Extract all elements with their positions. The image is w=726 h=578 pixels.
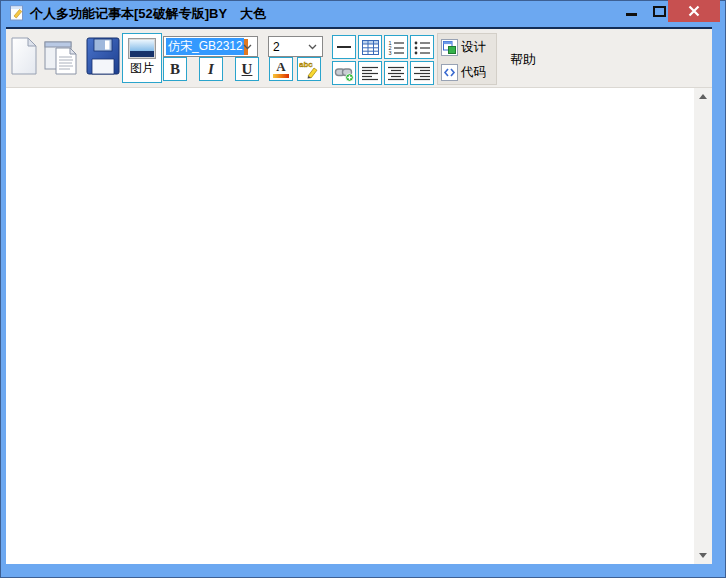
app-icon-glyph [9,5,25,21]
chevron-down-icon [243,44,252,50]
code-view-icon [441,64,458,81]
underline-button[interactable]: U [235,57,259,81]
align-left-icon [362,66,378,81]
app-window: 个人多功能记事本[52破解专版]BY 大色 [0,0,726,578]
window-title: 个人多功能记事本[52破解专版]BY 大色 [30,0,266,27]
app-icon[interactable] [9,5,25,21]
vertical-scrollbar[interactable] [694,88,712,564]
align-right-button[interactable] [410,61,434,85]
save-button[interactable] [85,36,120,76]
spell-highlight-button[interactable]: abc [297,57,321,81]
table-icon [362,40,379,55]
italic-button[interactable]: I [199,57,223,81]
align-center-button[interactable] [384,61,408,85]
svg-text:abc: abc [299,60,313,69]
new-document-button[interactable] [8,36,40,76]
font-family-select[interactable]: 仿宋_GB2312 [163,36,258,57]
font-family-value: 仿宋_GB2312 [166,38,244,55]
underline-label: U [242,62,253,77]
close-button[interactable] [668,0,720,22]
save-icon [86,37,120,75]
titlebar[interactable]: 个人多功能记事本[52破解专版]BY 大色 [0,0,726,27]
numbered-list-icon: 123 [388,40,404,55]
insert-picture-button[interactable]: 图片 [122,33,162,83]
hyperlink-icon [334,65,354,82]
font-color-button[interactable]: A [269,57,293,81]
editor-area[interactable] [6,88,694,564]
horizontal-rule-icon [337,46,351,48]
open-document-button[interactable] [44,36,82,76]
design-view-label: 设计 [461,39,486,56]
align-center-icon [388,66,404,81]
code-view-button[interactable]: 代码 [441,61,495,83]
bold-button[interactable]: B [163,57,187,81]
numbered-list-button[interactable]: 123 [384,35,408,59]
view-switch-panel: 设计 代码 [437,33,497,85]
align-left-button[interactable] [358,61,382,85]
picture-button-label: 图片 [130,59,154,78]
close-icon [688,5,700,17]
hyperlink-button[interactable] [332,61,356,85]
font-size-select[interactable]: 2 [268,36,323,57]
design-view-icon [441,39,458,56]
maximize-button[interactable] [649,0,669,22]
font-color-bar [273,74,289,78]
design-view-button[interactable]: 设计 [441,36,495,58]
maximize-icon [653,6,666,17]
bullet-list-button[interactable] [410,35,434,59]
font-size-value: 2 [271,40,280,54]
minimize-button[interactable] [613,0,649,22]
minimize-icon [626,13,637,16]
code-view-label: 代码 [461,64,486,81]
scroll-up-icon [699,94,707,99]
align-right-icon [414,66,430,81]
spell-abc-icon: abc [299,59,319,79]
toolbar: 图片 仿宋_GB2312 2 B I U A [6,29,712,88]
new-document-icon [9,36,39,76]
picture-icon [128,38,156,59]
bold-label: B [170,62,180,77]
scroll-up-button[interactable] [694,88,712,105]
open-document-icon [44,36,82,76]
svg-text:3: 3 [389,50,392,55]
scroll-down-button[interactable] [694,547,712,564]
font-color-label: A [276,61,285,73]
help-menu[interactable]: 帮助 [510,51,536,69]
scroll-down-icon [699,553,707,558]
italic-label: I [208,62,214,77]
horizontal-rule-button[interactable] [332,35,356,59]
insert-table-button[interactable] [358,35,382,59]
chevron-down-icon [308,44,317,50]
bullet-list-icon [414,40,430,55]
